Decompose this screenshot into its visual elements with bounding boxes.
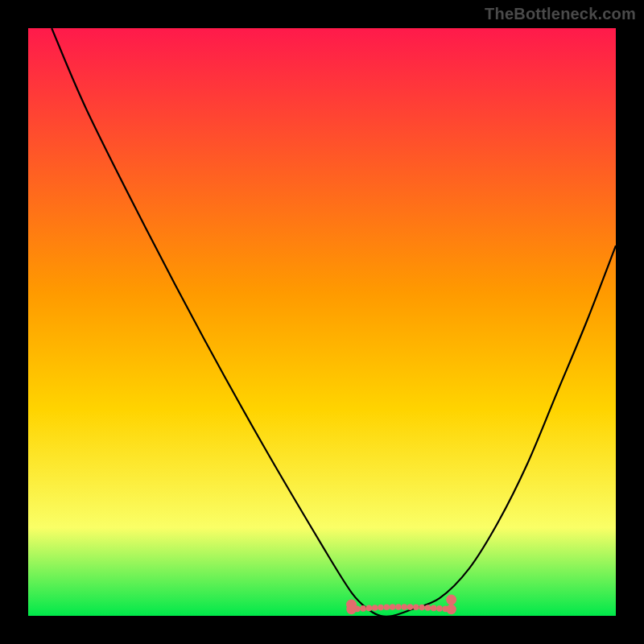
gradient-background	[28, 28, 616, 616]
flat-region-dot	[395, 604, 402, 610]
flat-region-dot	[407, 604, 414, 610]
flat-region-dot	[419, 605, 425, 611]
flat-region-dot	[436, 605, 443, 612]
flat-region-dot	[431, 605, 437, 612]
flat-region-endcap	[346, 600, 357, 610]
chart-frame: TheBottleneck.com	[0, 0, 644, 644]
flat-region-dot	[401, 604, 407, 610]
flat-region-dot	[366, 605, 373, 612]
flat-region-dot	[372, 605, 378, 611]
flat-region-dot	[446, 605, 456, 614]
flat-region-dot	[378, 605, 384, 611]
flat-region-dot	[390, 604, 396, 610]
flat-region-dot	[413, 605, 419, 611]
flat-region-dot	[384, 605, 390, 611]
flat-region-dot	[360, 605, 366, 612]
watermark-text: TheBottleneck.com	[485, 5, 636, 23]
chart-svg	[28, 28, 616, 616]
flat-region-dot	[425, 605, 431, 611]
flat-region-endcap	[446, 595, 456, 605]
chart-plot-area	[28, 28, 616, 616]
